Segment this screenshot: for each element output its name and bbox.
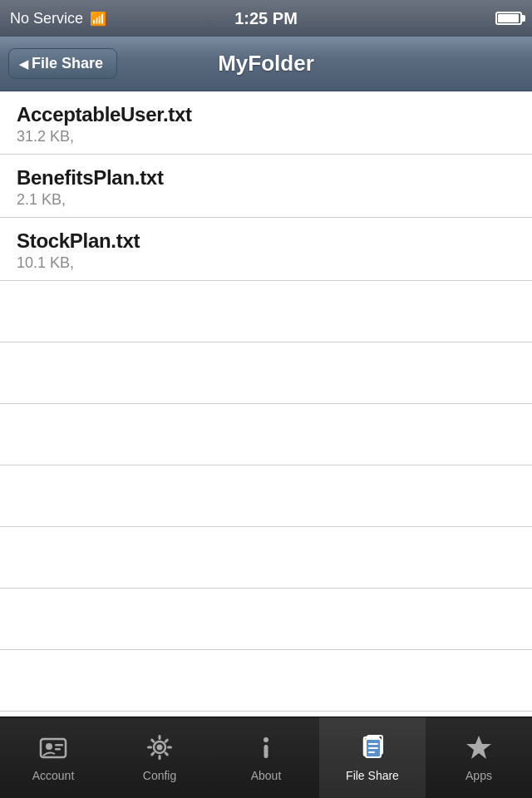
svg-point-1 bbox=[46, 743, 52, 750]
file-size: 2.1 KB, bbox=[17, 191, 515, 209]
empty-row bbox=[0, 281, 532, 342]
nav-bar: File Share MyFolder bbox=[0, 37, 532, 91]
file-name: StockPlan.txt bbox=[17, 229, 515, 253]
tab-about-label: About bbox=[251, 769, 282, 782]
tab-fileshare-label: File Share bbox=[346, 769, 399, 782]
file-list: AcceptableUser.txt 31.2 KB, BenefitsPlan… bbox=[0, 91, 532, 712]
empty-row bbox=[0, 527, 532, 589]
status-bar-time: 1:25 PM bbox=[234, 9, 298, 28]
config-icon bbox=[143, 731, 176, 764]
tab-apps[interactable]: Apps bbox=[426, 717, 532, 798]
file-item[interactable]: StockPlan.txt 10.1 KB, bbox=[0, 218, 532, 281]
apps-icon bbox=[462, 731, 495, 764]
tab-fileshare[interactable]: File Share bbox=[319, 717, 426, 798]
tab-about[interactable]: About bbox=[213, 717, 319, 798]
tab-account-label: Account bbox=[32, 769, 75, 782]
battery-fill bbox=[498, 14, 519, 22]
svg-rect-23 bbox=[368, 751, 375, 753]
svg-rect-5 bbox=[159, 735, 161, 740]
empty-row bbox=[0, 650, 532, 712]
status-bar-right bbox=[495, 12, 522, 25]
tab-account[interactable]: Account bbox=[0, 717, 106, 798]
battery-icon bbox=[495, 12, 522, 25]
file-name: BenefitsPlan.txt bbox=[17, 166, 515, 190]
svg-rect-3 bbox=[55, 748, 61, 751]
tab-config-label: Config bbox=[143, 769, 176, 782]
file-name: AcceptableUser.txt bbox=[17, 103, 515, 126]
account-icon bbox=[37, 731, 70, 764]
empty-row bbox=[0, 342, 532, 404]
file-size: 10.1 KB, bbox=[17, 254, 515, 272]
tab-apps-label: Apps bbox=[466, 769, 492, 782]
empty-row bbox=[0, 466, 532, 527]
svg-rect-6 bbox=[159, 755, 161, 760]
file-item[interactable]: BenefitsPlan.txt 2.1 KB, bbox=[0, 155, 532, 218]
empty-row bbox=[0, 404, 532, 466]
wifi-icon: 📶 bbox=[90, 11, 106, 27]
svg-point-13 bbox=[264, 737, 268, 742]
file-item[interactable]: AcceptableUser.txt 31.2 KB, bbox=[0, 91, 532, 155]
tab-bar: Account Config bbox=[0, 717, 532, 798]
status-bar: No Service 📶 1:25 PM bbox=[0, 0, 532, 37]
about-icon bbox=[249, 731, 283, 764]
back-button[interactable]: File Share bbox=[8, 48, 117, 79]
svg-rect-7 bbox=[167, 746, 172, 748]
svg-rect-2 bbox=[55, 744, 63, 746]
svg-rect-14 bbox=[264, 745, 268, 758]
svg-rect-22 bbox=[368, 747, 378, 749]
status-bar-left: No Service 📶 bbox=[10, 10, 106, 27]
content-area: AcceptableUser.txt 31.2 KB, BenefitsPlan… bbox=[0, 91, 532, 725]
nav-title: MyFolder bbox=[218, 51, 314, 76]
tab-config[interactable]: Config bbox=[106, 717, 213, 798]
signal-status: No Service bbox=[10, 10, 83, 27]
svg-point-4 bbox=[157, 744, 163, 750]
svg-marker-24 bbox=[466, 736, 491, 759]
empty-row bbox=[0, 589, 532, 650]
svg-rect-8 bbox=[147, 746, 152, 748]
file-size: 31.2 KB, bbox=[17, 128, 515, 145]
fileshare-icon bbox=[356, 731, 389, 764]
svg-rect-21 bbox=[368, 743, 378, 745]
